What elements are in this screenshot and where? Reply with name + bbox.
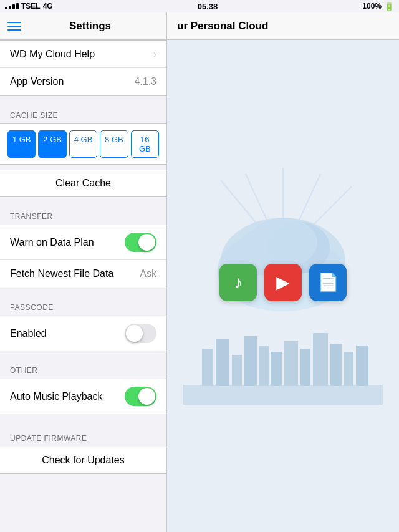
settings-panel: Settings WD My Cloud Help › App Version …: [0, 12, 167, 532]
signal-dot-4: [16, 3, 19, 9]
document-icon: 📄: [317, 272, 339, 293]
music-note-icon: ♪: [234, 273, 243, 293]
clear-cache-group: Clear Cache: [0, 170, 166, 197]
settings-content: WD My Cloud Help › App Version 4.1.3 CAC…: [0, 40, 166, 532]
warn-data-plan-item: Warn on Data Plan: [0, 225, 166, 260]
battery-icon: 🔋: [384, 2, 394, 11]
spacer-4: [0, 351, 166, 356]
svg-rect-24: [183, 385, 383, 405]
passcode-toggle[interactable]: [125, 324, 156, 343]
fetch-label: Fetch Newest File Data: [10, 268, 113, 279]
spacer-7: [0, 474, 166, 479]
carrier-label: TSEL: [21, 2, 41, 11]
svg-rect-20: [313, 333, 328, 386]
auto-music-item: Auto Music Playback: [0, 379, 166, 414]
auto-music-toggle-knob: [138, 388, 155, 405]
cache-buttons-group: 1 GB 2 GB 4 GB 8 GB 16 GB: [0, 123, 166, 165]
warn-toggle[interactable]: [125, 233, 156, 252]
music-app-icon: ♪: [219, 264, 257, 301]
other-header: OTHER: [0, 356, 166, 379]
signal-dots: [5, 3, 19, 9]
check-updates-button[interactable]: Check for Updates: [0, 447, 166, 473]
version-value: 4.1.3: [134, 76, 156, 87]
svg-rect-16: [259, 346, 269, 386]
video-play-icon: ▶: [276, 272, 290, 293]
svg-rect-19: [300, 349, 310, 386]
cloud-panel: ur Personal Cloud: [167, 12, 399, 532]
auto-music-label: Auto Music Playback: [10, 391, 103, 402]
svg-rect-17: [271, 352, 282, 386]
signal-dot-2: [9, 6, 11, 9]
cloud-illustration: ♪ ▶ 📄: [167, 40, 399, 532]
main-layout: Settings WD My Cloud Help › App Version …: [0, 12, 399, 532]
fetch-value: Ask: [140, 268, 156, 279]
status-left: TSEL 4G: [5, 2, 53, 11]
status-time: 05.38: [198, 2, 218, 11]
help-item[interactable]: WD My Cloud Help ›: [0, 41, 166, 68]
cache-btn-8gb[interactable]: 8 GB: [100, 130, 128, 158]
version-label: App Version: [10, 76, 64, 87]
help-label: WD My Cloud Help: [10, 49, 95, 60]
cache-btn-2gb[interactable]: 2 GB: [38, 130, 66, 158]
spacer-3: [0, 288, 166, 293]
spacer-6: [0, 419, 166, 424]
hamburger-line-1: [7, 22, 21, 23]
cache-btn-1gb[interactable]: 1 GB: [7, 130, 36, 158]
update-firmware-header: UPDATE FIRMWARE: [0, 424, 166, 447]
svg-rect-21: [330, 344, 342, 386]
passcode-group: Enabled: [0, 316, 166, 351]
chevron-right-icon: ›: [153, 49, 156, 60]
passcode-header: PASSCODE: [0, 293, 166, 316]
cache-size-header: CACHE SIZE: [0, 101, 166, 123]
svg-point-11: [249, 218, 317, 268]
cloud-nav-bar: ur Personal Cloud: [167, 12, 399, 40]
docs-app-icon: 📄: [309, 264, 347, 301]
settings-nav-bar: Settings: [0, 12, 166, 40]
warn-label: Warn on Data Plan: [10, 237, 94, 248]
passcode-enabled-label: Enabled: [10, 328, 47, 339]
cloud-title: ur Personal Cloud: [177, 20, 268, 32]
passcode-enabled-item: Enabled: [0, 316, 166, 351]
svg-rect-12: [202, 349, 213, 386]
status-right: 100% 🔋: [362, 2, 394, 11]
hamburger-menu[interactable]: [7, 22, 21, 31]
help-version-group: WD My Cloud Help › App Version 4.1.3: [0, 40, 166, 96]
svg-rect-18: [284, 341, 298, 386]
svg-rect-13: [216, 339, 229, 386]
svg-rect-22: [344, 352, 353, 386]
transfer-header: TRANSFER: [0, 202, 166, 225]
network-label: 4G: [43, 2, 53, 11]
passcode-toggle-knob: [126, 325, 143, 342]
svg-rect-14: [232, 355, 242, 386]
battery-label: 100%: [362, 2, 382, 11]
svg-rect-15: [244, 336, 257, 386]
toggle-knob: [138, 234, 155, 251]
transfer-group: Warn on Data Plan Fetch Newest File Data…: [0, 225, 166, 288]
settings-title: Settings: [21, 20, 159, 32]
cache-btn-4gb[interactable]: 4 GB: [69, 130, 97, 158]
app-icons-container: ♪ ▶ 📄: [219, 264, 347, 301]
other-group: Auto Music Playback: [0, 379, 166, 414]
cache-btn-16gb[interactable]: 16 GB: [131, 130, 159, 158]
hamburger-line-2: [7, 26, 21, 27]
clear-cache-button[interactable]: Clear Cache: [0, 170, 166, 196]
check-updates-group: Check for Updates: [0, 447, 166, 474]
version-item: App Version 4.1.3: [0, 68, 166, 95]
fetch-data-item: Fetch Newest File Data Ask: [0, 260, 166, 288]
spacer-5: [0, 414, 166, 419]
svg-rect-23: [356, 346, 368, 386]
hamburger-line-3: [7, 29, 21, 31]
status-bar: TSEL 4G 05.38 100% 🔋: [0, 0, 399, 12]
video-app-icon: ▶: [264, 264, 302, 301]
signal-dot-3: [12, 4, 15, 9]
spacer-1: [0, 96, 166, 101]
signal-dot-1: [5, 7, 7, 9]
spacer-2: [0, 197, 166, 202]
auto-music-toggle[interactable]: [125, 387, 156, 406]
